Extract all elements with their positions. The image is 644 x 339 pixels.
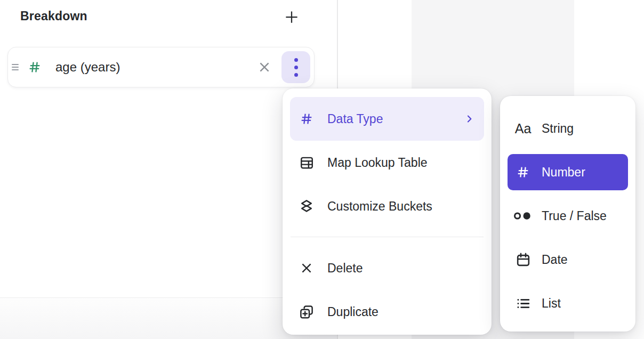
submenu-item-label: Number bbox=[542, 165, 585, 180]
menu-item-delete[interactable]: Delete bbox=[290, 246, 484, 290]
submenu-item-number[interactable]: Number bbox=[508, 154, 628, 190]
table-icon bbox=[299, 155, 315, 171]
number-type-hash-icon bbox=[27, 59, 42, 75]
close-icon bbox=[257, 60, 271, 74]
calendar-icon bbox=[513, 252, 533, 268]
submenu-item-list[interactable]: List bbox=[508, 281, 628, 325]
submenu-item-label: Date bbox=[542, 253, 568, 267]
menu-divider bbox=[291, 237, 484, 237]
field-options-menu: Data Type Map Lookup Table Customize Buc… bbox=[283, 88, 492, 335]
menu-item-label: Duplicate bbox=[327, 305, 379, 319]
text-aa-icon: Aa bbox=[513, 121, 533, 136]
stack-icon bbox=[299, 198, 315, 214]
chevron-right-icon bbox=[464, 113, 474, 125]
data-type-submenu: Aa String Number True / False Date bbox=[500, 96, 635, 332]
x-icon bbox=[299, 261, 315, 275]
menu-item-label: Delete bbox=[327, 261, 363, 276]
breakdown-field-chip[interactable]: age (years) bbox=[7, 47, 315, 87]
plus-icon bbox=[284, 9, 300, 25]
submenu-item-label: String bbox=[542, 122, 574, 136]
menu-item-customize-buckets[interactable]: Customize Buckets bbox=[290, 184, 484, 228]
field-options-button[interactable] bbox=[281, 51, 310, 83]
menu-item-label: Map Lookup Table bbox=[327, 156, 428, 170]
menu-item-duplicate[interactable]: Duplicate bbox=[290, 290, 484, 334]
copy-plus-icon bbox=[299, 304, 315, 320]
submenu-item-date[interactable]: Date bbox=[508, 238, 628, 281]
add-breakdown-button[interactable] bbox=[281, 7, 302, 27]
hash-icon bbox=[513, 164, 533, 180]
menu-item-map-lookup-table[interactable]: Map Lookup Table bbox=[290, 141, 484, 184]
hash-icon bbox=[299, 111, 315, 127]
list-icon bbox=[513, 295, 533, 312]
field-name-label: age (years) bbox=[55, 60, 120, 75]
menu-item-data-type[interactable]: Data Type bbox=[290, 97, 484, 141]
submenu-item-label: List bbox=[542, 296, 561, 311]
menu-item-label: Data Type bbox=[327, 112, 383, 126]
remove-field-button[interactable] bbox=[256, 59, 273, 76]
drag-handle-icon[interactable] bbox=[12, 64, 19, 70]
submenu-item-label: True / False bbox=[542, 209, 607, 223]
menu-item-label: Customize Buckets bbox=[327, 199, 432, 214]
page-title: Breakdown bbox=[20, 9, 87, 23]
kebab-menu-icon bbox=[294, 58, 298, 77]
submenu-item-true-false[interactable]: True / False bbox=[508, 194, 628, 238]
submenu-item-string[interactable]: Aa String bbox=[508, 107, 628, 150]
boolean-circles-icon bbox=[513, 209, 533, 223]
